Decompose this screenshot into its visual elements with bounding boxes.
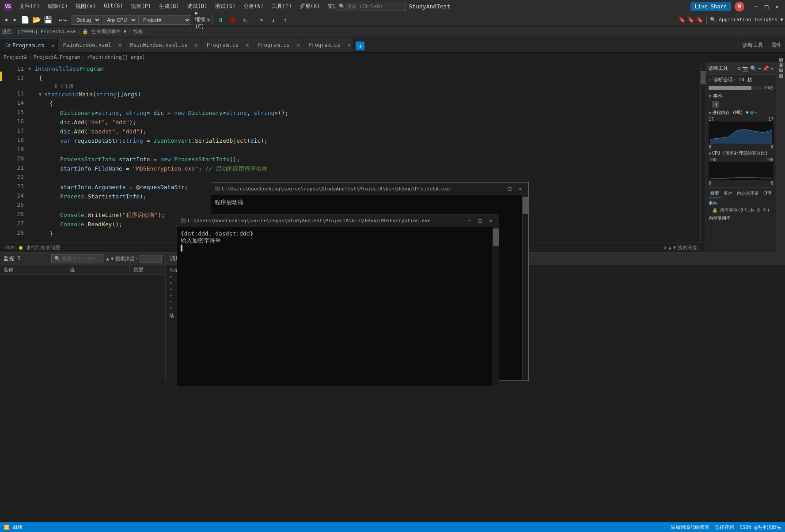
platform-dropdown[interactable]: Any CPU	[102, 15, 137, 25]
console-1-minimize[interactable]: －	[495, 185, 504, 193]
console-2-path: C:\Users\GoodCooking\source\repos\StudyA…	[188, 218, 431, 224]
down-icon[interactable]: ▼	[673, 245, 676, 251]
console-2-minimize[interactable]: －	[465, 217, 474, 224]
menu-analyze[interactable]: 分析(N)	[240, 1, 267, 12]
select-archive[interactable]: 选择存档	[715, 524, 734, 531]
vert-tab-memory[interactable]: 内存	[777, 75, 785, 78]
tab-mainwindow-xaml-cs[interactable]: MainWindow.xaml.cs ×	[125, 38, 201, 52]
code-line-19	[28, 145, 700, 155]
menu-edit[interactable]: 编辑(E)	[44, 1, 72, 12]
redo-icon[interactable]: ↪	[63, 16, 67, 23]
menu-extensions[interactable]: 扩展(X)	[296, 1, 324, 12]
tab-program-cs-4[interactable]: Program.cs ×	[303, 38, 354, 52]
depth-input[interactable]	[140, 255, 162, 263]
save-icon[interactable]: 💾	[43, 15, 53, 24]
step-into-button[interactable]: ↓	[268, 15, 278, 25]
tab-events[interactable]: 事件	[722, 190, 734, 198]
tab-program-cs-1[interactable]: C# Program.cs ×	[0, 38, 58, 52]
undo-icon[interactable]: ↩	[58, 16, 62, 23]
vert-tab-activity[interactable]: 活动	[777, 64, 785, 68]
user-avatar[interactable]: W	[735, 2, 744, 11]
forward-button[interactable]: ▶	[11, 16, 19, 23]
tab-close-icon[interactable]: ×	[296, 42, 300, 49]
new-tab-button[interactable]: +	[356, 42, 364, 50]
console-1-scrollbar[interactable]	[522, 195, 528, 380]
filter-icon[interactable]: ⚙	[664, 245, 667, 251]
close-button[interactable]: ✕	[773, 2, 781, 11]
props-tab[interactable]: 属性	[767, 38, 785, 52]
event-btn-1[interactable]: ⏸	[712, 101, 719, 108]
diag-tools-tab[interactable]: 诊断工具	[738, 38, 767, 52]
step-over-button[interactable]: ↷	[256, 15, 266, 25]
tab-memory[interactable]: 内存使用量	[735, 190, 761, 198]
restart-button[interactable]: ↻	[239, 15, 250, 25]
menu-file[interactable]: 文件(F)	[16, 1, 43, 12]
diag-settings-icon[interactable]: ⚙	[737, 65, 740, 72]
menu-project[interactable]: 项目(P)	[127, 1, 155, 12]
breadcrumb-namespace[interactable]: ProjectA.Program	[34, 54, 80, 60]
vert-tab-props[interactable]: 属性	[777, 80, 785, 84]
console-2-scrollbar[interactable]	[493, 227, 499, 386]
menu-view[interactable]: 视图(V)	[72, 1, 99, 12]
bookmark-icon[interactable]: 🔖	[679, 16, 686, 23]
back-button[interactable]: ◀	[2, 16, 10, 23]
tab-program-cs-2[interactable]: Program.cs ×	[201, 38, 252, 52]
new-file-icon[interactable]: 📄	[20, 15, 30, 24]
console-window-2[interactable]: ⬛ C:\Users\GoodCooking\source\repos\Stud…	[177, 214, 499, 386]
line-numbers: 11 12 13 14 15 16 17 18 19 20 21 22 23 2…	[2, 62, 28, 243]
code-line-11: ▼ internal class Program	[28, 64, 700, 73]
project-dropdown[interactable]: ProjectA	[138, 15, 191, 25]
tab-program-cs-3[interactable]: Program.cs ×	[252, 38, 303, 52]
live-share-button[interactable]: Live Share	[690, 2, 731, 11]
tab-close-icon[interactable]: ×	[246, 42, 249, 49]
lifecycle-events-button[interactable]: 🔒 生命周期事件 ▼	[82, 28, 126, 35]
down-nav-icon[interactable]: ▼	[111, 256, 114, 262]
menu-test[interactable]: 测试(S)	[212, 1, 239, 12]
tab-cpu[interactable]: CPU	[762, 190, 773, 198]
pause-button[interactable]: ⏸	[216, 15, 226, 25]
console-2-close[interactable]: ✕	[486, 217, 495, 224]
console-1-maximize[interactable]: □	[505, 185, 514, 193]
app-insights-button[interactable]: 🔍 Application Insights ▼	[710, 17, 783, 23]
watch-title: 监视 1	[4, 255, 20, 262]
stop-button[interactable]: ⏹	[228, 15, 238, 25]
bookmark3-icon[interactable]: 🔖	[696, 16, 703, 23]
bookmark2-icon[interactable]: 🔖	[687, 16, 694, 23]
vert-tab-task[interactable]: 任务	[777, 69, 785, 73]
tab-close-icon[interactable]: ×	[194, 42, 198, 49]
console-2-maximize[interactable]: □	[476, 217, 485, 224]
tab-close-icon[interactable]: ×	[347, 42, 351, 49]
zoom-level[interactable]: 104%	[4, 245, 15, 251]
menu-build[interactable]: 生成(B)	[155, 1, 183, 12]
step-out-button[interactable]: ↑	[280, 15, 290, 25]
diag-tabs: 摘要 事件 内存使用量 CPU	[709, 187, 774, 198]
diag-more-icon[interactable]: ⋯	[758, 65, 761, 72]
menu-git[interactable]: Git(G)	[100, 1, 126, 12]
code-line-12: {	[28, 73, 700, 83]
warning-icon: ⚠	[709, 77, 712, 83]
up-icon[interactable]: ▲	[668, 245, 671, 251]
scroll-indicator[interactable]	[700, 62, 705, 243]
breadcrumb-project[interactable]: ProjectA	[4, 54, 27, 60]
minimize-button[interactable]: －	[751, 2, 760, 11]
separator	[253, 15, 253, 24]
diag-close-icon[interactable]: ✕	[770, 65, 774, 72]
tab-mainwindow-xaml[interactable]: MainWindow.xaml ×	[58, 38, 125, 52]
continue-button[interactable]: ▶ 继续(C)	[195, 15, 205, 25]
diag-panel-header: 诊断工具 ⚙ 📷 🔍 ⋯ 📌 ✕	[706, 62, 776, 75]
debug-config-dropdown[interactable]: Debug	[72, 15, 101, 25]
diag-search-icon[interactable]: 🔍	[750, 65, 757, 72]
maximize-button[interactable]: □	[762, 2, 771, 11]
console-1-close[interactable]: ✕	[516, 185, 525, 193]
diag-camera-icon[interactable]: 📷	[742, 65, 749, 72]
menu-tools[interactable]: 工具(T)	[268, 1, 296, 12]
tab-summary[interactable]: 摘要	[709, 190, 721, 198]
tab-close-icon[interactable]: ×	[51, 42, 55, 49]
add-to-source[interactable]: 添加到源代码管理	[671, 524, 709, 531]
up-nav-icon[interactable]: ▲	[106, 256, 109, 262]
breadcrumb-member[interactable]: ⚡Main(string[] args)	[87, 54, 145, 60]
tab-close-icon[interactable]: ×	[118, 42, 121, 49]
watch-search[interactable]: 🔍 搜索(Ctrl+E)	[51, 254, 104, 263]
diag-pin-icon[interactable]: 📌	[762, 65, 769, 72]
open-file-icon[interactable]: 📂	[31, 15, 42, 24]
